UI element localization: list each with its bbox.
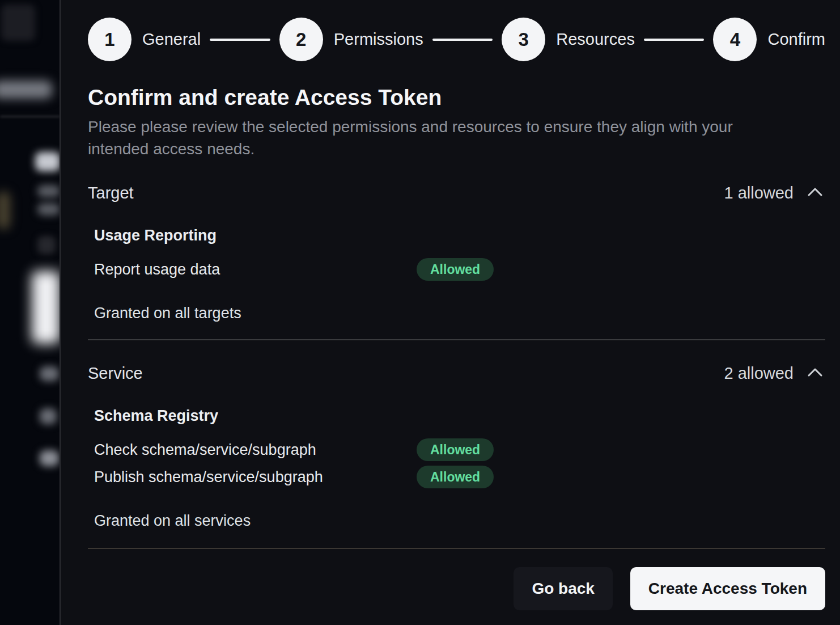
section-count: 1 allowed <box>724 184 825 202</box>
step-number-circle: 4 <box>713 18 757 61</box>
step-connector <box>644 39 705 41</box>
step-general[interactable]: 1 General <box>88 18 201 61</box>
section-divider <box>88 339 825 340</box>
collapse-section-button[interactable] <box>805 365 825 381</box>
status-badge: Allowed <box>417 258 494 281</box>
granted-note: Granted on all services <box>94 512 825 530</box>
chevron-up-icon <box>807 187 823 199</box>
page-title: Confirm and create Access Token <box>88 84 825 111</box>
permission-label: Check schema/service/subgraph <box>94 441 417 459</box>
blurred-text-line <box>40 366 59 381</box>
blurred-text-line <box>40 408 57 424</box>
step-confirm[interactable]: 4 Confirm <box>713 18 825 61</box>
blurred-text-line <box>37 203 60 216</box>
blurred-icon <box>37 236 56 254</box>
blurred-text-line <box>37 185 60 197</box>
blurred-accent <box>0 192 10 229</box>
modal-footer: Go back Create Access Token <box>88 567 825 610</box>
step-resources[interactable]: 3 Resources <box>502 18 635 61</box>
group-title: Schema Registry <box>94 407 825 425</box>
wizard-stepper: 1 General 2 Permissions 3 Resources 4 Co… <box>88 18 825 61</box>
step-label: Resources <box>556 30 635 49</box>
step-number-circle: 2 <box>279 18 323 61</box>
create-access-token-button[interactable]: Create Access Token <box>630 567 825 610</box>
allowed-count: 2 allowed <box>724 364 794 383</box>
status-badge: Allowed <box>417 466 494 488</box>
page-subtitle: Please please review the selected permis… <box>88 116 785 160</box>
granted-note: Granted on all targets <box>94 305 825 322</box>
step-number-circle: 1 <box>88 18 131 61</box>
permission-label: Report usage data <box>94 261 417 278</box>
permission-group-schema-registry: Schema Registry Check schema/service/sub… <box>94 407 825 488</box>
group-title: Usage Reporting <box>94 227 825 244</box>
step-permissions[interactable]: 2 Permissions <box>279 18 423 61</box>
permission-row: Publish schema/service/subgraph Allowed <box>94 466 825 488</box>
footer-divider <box>88 548 825 549</box>
permission-row: Check schema/service/subgraph Allowed <box>94 438 825 461</box>
create-access-token-modal: 1 General 2 Permissions 3 Resources 4 Co… <box>60 0 840 625</box>
blurred-nav-item <box>0 81 52 99</box>
section-header-target: Target 1 allowed <box>88 183 825 203</box>
blurred-logo <box>1 5 35 41</box>
blurred-heading <box>35 152 60 171</box>
step-connector <box>210 39 270 41</box>
collapse-section-button[interactable] <box>805 185 825 201</box>
allowed-count: 1 allowed <box>724 184 794 202</box>
step-label: General <box>142 30 201 49</box>
status-badge: Allowed <box>417 438 494 461</box>
step-label: Confirm <box>767 30 825 49</box>
step-connector <box>432 39 493 41</box>
section-count: 2 allowed <box>724 364 825 383</box>
step-label: Permissions <box>334 30 423 49</box>
chevron-up-icon <box>807 368 823 379</box>
section-header-service: Service 2 allowed <box>88 363 825 383</box>
blurred-button <box>32 271 60 344</box>
go-back-button[interactable]: Go back <box>514 567 612 610</box>
blurred-text-line <box>40 450 59 466</box>
section-name: Target <box>88 184 134 202</box>
step-number-circle: 3 <box>502 18 545 61</box>
section-name: Service <box>88 364 143 383</box>
permission-group-usage-reporting: Usage Reporting Report usage data Allowe… <box>94 227 825 281</box>
permission-label: Publish schema/service/subgraph <box>94 468 417 486</box>
background-blur <box>0 0 60 625</box>
permission-row: Report usage data Allowed <box>94 258 825 281</box>
blurred-divider <box>0 116 60 117</box>
